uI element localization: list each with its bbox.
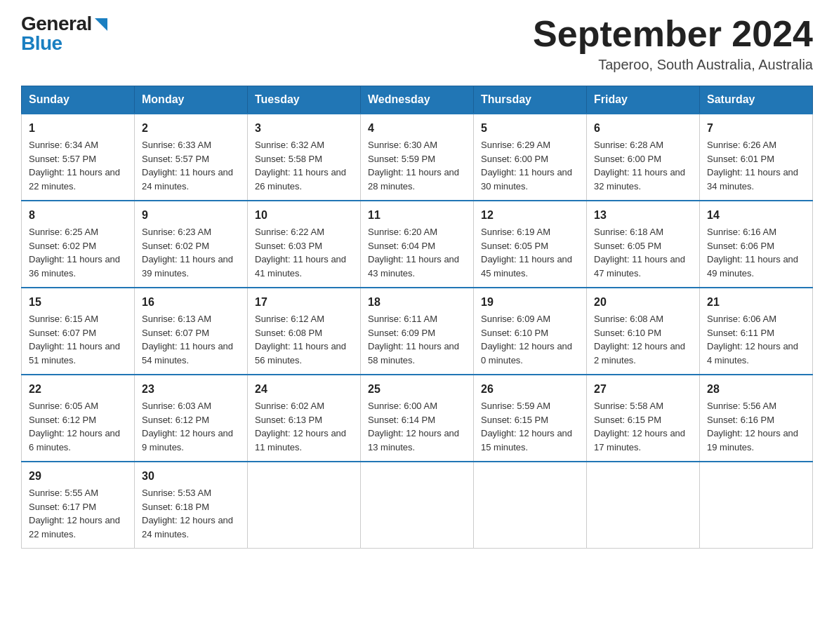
day-info: Sunrise: 5:56 AMSunset: 6:16 PMDaylight:… — [707, 401, 798, 452]
header-cell-thursday: Thursday — [474, 86, 587, 114]
day-info: Sunrise: 6:16 AMSunset: 6:06 PMDaylight:… — [707, 227, 798, 279]
day-info: Sunrise: 6:19 AMSunset: 6:05 PMDaylight:… — [481, 227, 572, 279]
day-number: 23 — [142, 381, 240, 398]
day-info: Sunrise: 6:33 AMSunset: 5:57 PMDaylight:… — [142, 140, 233, 192]
day-cell: 28 Sunrise: 5:56 AMSunset: 6:16 PMDaylig… — [700, 375, 813, 462]
day-info: Sunrise: 6:32 AMSunset: 5:58 PMDaylight:… — [255, 140, 346, 192]
logo-general-text: General — [21, 14, 92, 34]
day-info: Sunrise: 6:08 AMSunset: 6:10 PMDaylight:… — [594, 314, 685, 365]
day-cell: 23 Sunrise: 6:03 AMSunset: 6:12 PMDaylig… — [135, 375, 248, 462]
day-number: 25 — [368, 381, 466, 398]
logo-arrow-icon — [95, 18, 107, 33]
day-info: Sunrise: 5:58 AMSunset: 6:15 PMDaylight:… — [594, 401, 685, 452]
day-info: Sunrise: 6:30 AMSunset: 5:59 PMDaylight:… — [368, 140, 459, 192]
day-cell: 13 Sunrise: 6:18 AMSunset: 6:05 PMDaylig… — [587, 201, 700, 288]
day-cell — [248, 462, 361, 549]
week-row-2: 8 Sunrise: 6:25 AMSunset: 6:02 PMDayligh… — [22, 201, 813, 288]
day-number: 1 — [29, 120, 127, 137]
day-cell: 8 Sunrise: 6:25 AMSunset: 6:02 PMDayligh… — [22, 201, 135, 288]
day-number: 20 — [594, 294, 692, 311]
day-cell: 17 Sunrise: 6:12 AMSunset: 6:08 PMDaylig… — [248, 288, 361, 375]
day-number: 22 — [29, 381, 127, 398]
day-info: Sunrise: 5:59 AMSunset: 6:15 PMDaylight:… — [481, 401, 572, 452]
day-number: 14 — [707, 207, 805, 224]
day-number: 27 — [594, 381, 692, 398]
day-info: Sunrise: 6:05 AMSunset: 6:12 PMDaylight:… — [29, 401, 120, 452]
day-cell: 26 Sunrise: 5:59 AMSunset: 6:15 PMDaylig… — [474, 375, 587, 462]
svg-marker-0 — [95, 18, 107, 31]
day-info: Sunrise: 6:12 AMSunset: 6:08 PMDaylight:… — [255, 314, 346, 365]
day-cell: 24 Sunrise: 6:02 AMSunset: 6:13 PMDaylig… — [248, 375, 361, 462]
day-info: Sunrise: 6:18 AMSunset: 6:05 PMDaylight:… — [594, 227, 685, 279]
day-number: 28 — [707, 381, 805, 398]
header-row: SundayMondayTuesdayWednesdayThursdayFrid… — [22, 86, 813, 114]
calendar-body: 1 Sunrise: 6:34 AMSunset: 5:57 PMDayligh… — [22, 114, 813, 549]
day-info: Sunrise: 6:23 AMSunset: 6:02 PMDaylight:… — [142, 227, 233, 279]
calendar-header: SundayMondayTuesdayWednesdayThursdayFrid… — [22, 86, 813, 114]
day-cell: 19 Sunrise: 6:09 AMSunset: 6:10 PMDaylig… — [474, 288, 587, 375]
day-number: 8 — [29, 207, 127, 224]
day-cell: 18 Sunrise: 6:11 AMSunset: 6:09 PMDaylig… — [361, 288, 474, 375]
week-row-5: 29 Sunrise: 5:55 AMSunset: 6:17 PMDaylig… — [22, 462, 813, 549]
day-cell: 15 Sunrise: 6:15 AMSunset: 6:07 PMDaylig… — [22, 288, 135, 375]
day-cell: 3 Sunrise: 6:32 AMSunset: 5:58 PMDayligh… — [248, 114, 361, 201]
title-block: September 2024 Taperoo, South Australia,… — [533, 14, 813, 73]
header-cell-sunday: Sunday — [22, 86, 135, 114]
day-cell: 1 Sunrise: 6:34 AMSunset: 5:57 PMDayligh… — [22, 114, 135, 201]
day-cell: 20 Sunrise: 6:08 AMSunset: 6:10 PMDaylig… — [587, 288, 700, 375]
day-number: 21 — [707, 294, 805, 311]
day-cell: 10 Sunrise: 6:22 AMSunset: 6:03 PMDaylig… — [248, 201, 361, 288]
calendar-table: SundayMondayTuesdayWednesdayThursdayFrid… — [21, 86, 813, 549]
header-cell-wednesday: Wednesday — [361, 86, 474, 114]
week-row-3: 15 Sunrise: 6:15 AMSunset: 6:07 PMDaylig… — [22, 288, 813, 375]
day-cell: 16 Sunrise: 6:13 AMSunset: 6:07 PMDaylig… — [135, 288, 248, 375]
day-info: Sunrise: 6:28 AMSunset: 6:00 PMDaylight:… — [594, 140, 685, 192]
day-number: 10 — [255, 207, 353, 224]
day-info: Sunrise: 6:02 AMSunset: 6:13 PMDaylight:… — [255, 401, 346, 452]
day-number: 18 — [368, 294, 466, 311]
day-info: Sunrise: 6:09 AMSunset: 6:10 PMDaylight:… — [481, 314, 572, 365]
day-number: 24 — [255, 381, 353, 398]
day-number: 17 — [255, 294, 353, 311]
day-cell: 25 Sunrise: 6:00 AMSunset: 6:14 PMDaylig… — [361, 375, 474, 462]
day-cell: 11 Sunrise: 6:20 AMSunset: 6:04 PMDaylig… — [361, 201, 474, 288]
day-cell: 21 Sunrise: 6:06 AMSunset: 6:11 PMDaylig… — [700, 288, 813, 375]
day-number: 15 — [29, 294, 127, 311]
day-number: 29 — [29, 468, 127, 485]
day-info: Sunrise: 6:29 AMSunset: 6:00 PMDaylight:… — [481, 140, 572, 192]
day-cell: 30 Sunrise: 5:53 AMSunset: 6:18 PMDaylig… — [135, 462, 248, 549]
day-number: 12 — [481, 207, 579, 224]
day-number: 6 — [594, 120, 692, 137]
day-number: 3 — [255, 120, 353, 137]
month-year-title: September 2024 — [533, 14, 813, 54]
day-number: 5 — [481, 120, 579, 137]
day-info: Sunrise: 6:06 AMSunset: 6:11 PMDaylight:… — [707, 314, 798, 365]
header-cell-monday: Monday — [135, 86, 248, 114]
day-cell: 9 Sunrise: 6:23 AMSunset: 6:02 PMDayligh… — [135, 201, 248, 288]
day-cell: 6 Sunrise: 6:28 AMSunset: 6:00 PMDayligh… — [587, 114, 700, 201]
day-info: Sunrise: 5:55 AMSunset: 6:17 PMDaylight:… — [29, 488, 120, 539]
day-info: Sunrise: 6:15 AMSunset: 6:07 PMDaylight:… — [29, 314, 120, 365]
day-info: Sunrise: 6:26 AMSunset: 6:01 PMDaylight:… — [707, 140, 798, 192]
day-number: 26 — [481, 381, 579, 398]
logo-blue-text: Blue — [21, 34, 62, 53]
day-info: Sunrise: 6:25 AMSunset: 6:02 PMDaylight:… — [29, 227, 120, 279]
header-cell-friday: Friday — [587, 86, 700, 114]
day-number: 30 — [142, 468, 240, 485]
day-cell: 12 Sunrise: 6:19 AMSunset: 6:05 PMDaylig… — [474, 201, 587, 288]
header-cell-tuesday: Tuesday — [248, 86, 361, 114]
day-info: Sunrise: 5:53 AMSunset: 6:18 PMDaylight:… — [142, 488, 233, 539]
day-cell — [700, 462, 813, 549]
week-row-1: 1 Sunrise: 6:34 AMSunset: 5:57 PMDayligh… — [22, 114, 813, 201]
day-info: Sunrise: 6:22 AMSunset: 6:03 PMDaylight:… — [255, 227, 346, 279]
day-number: 11 — [368, 207, 466, 224]
day-cell — [361, 462, 474, 549]
day-info: Sunrise: 6:20 AMSunset: 6:04 PMDaylight:… — [368, 227, 459, 279]
location-subtitle: Taperoo, South Australia, Australia — [533, 57, 813, 73]
day-number: 13 — [594, 207, 692, 224]
day-cell: 22 Sunrise: 6:05 AMSunset: 6:12 PMDaylig… — [22, 375, 135, 462]
day-number: 2 — [142, 120, 240, 137]
day-cell — [587, 462, 700, 549]
day-cell: 7 Sunrise: 6:26 AMSunset: 6:01 PMDayligh… — [700, 114, 813, 201]
day-number: 7 — [707, 120, 805, 137]
